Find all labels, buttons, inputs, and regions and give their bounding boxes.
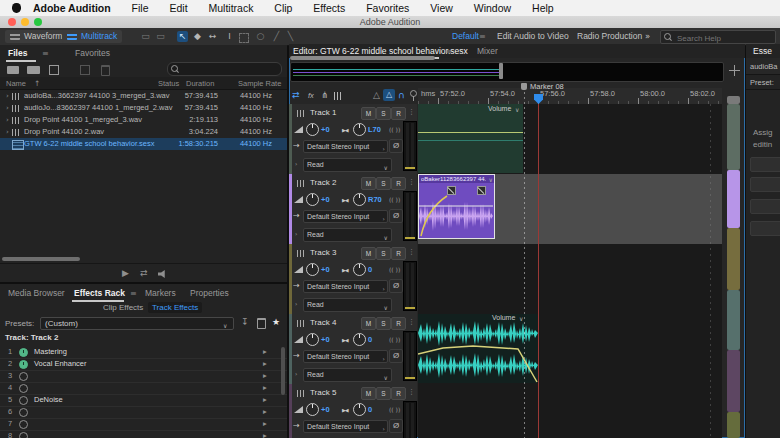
solo-button[interactable]: S <box>376 177 391 190</box>
workspace-menu-icon[interactable]: ≡ <box>479 32 486 41</box>
pitch-display-toggle-icon[interactable]: ▭ <box>155 31 166 42</box>
mute-button[interactable]: M <box>361 177 376 190</box>
tracks-scrollbar-segment[interactable] <box>727 228 740 290</box>
menu-edit[interactable]: Edit <box>169 0 187 16</box>
effect-power-icon[interactable] <box>19 360 28 369</box>
pan-knob[interactable] <box>353 193 366 206</box>
marker-flag-icon[interactable] <box>521 83 527 90</box>
menu-clip[interactable]: Clip <box>274 0 292 16</box>
slip-tool-icon[interactable]: ↔ <box>207 31 218 42</box>
zoom-navigator[interactable] <box>290 62 724 82</box>
timeline-ruler[interactable]: hms 57:52.0 57:54.0 57:56.0 57:58.0 58:0… <box>418 88 722 104</box>
automation-mode-selector[interactable]: Read ∨ <box>303 298 392 312</box>
effect-power-icon[interactable] <box>19 372 28 381</box>
track-lane[interactable]: Volume ∨ <box>418 104 722 175</box>
effect-power-icon[interactable] <box>19 348 28 357</box>
files-panel-menu-icon[interactable]: ≡ <box>42 49 49 58</box>
volume-knob[interactable] <box>306 193 319 206</box>
workspace-radio-production[interactable]: Radio Production <box>577 31 642 41</box>
menu-favorites[interactable]: Favorites <box>366 0 409 16</box>
effect-menu-arrow-icon[interactable]: ▸ <box>263 370 267 382</box>
spectral-display-toggle-icon[interactable]: ▭ <box>140 31 151 42</box>
column-duration[interactable]: Duration <box>186 79 214 88</box>
automation-mode-selector[interactable]: Read ∨ <box>303 228 392 242</box>
audio-clip[interactable]: Volume ∨ <box>418 104 523 173</box>
insert-into-multitrack-icon[interactable] <box>80 65 90 75</box>
editor-top-scrollbar[interactable] <box>290 56 435 60</box>
rack-panel-menu-icon[interactable]: ≡ <box>130 289 137 298</box>
arm-record-button[interactable]: R <box>391 247 406 260</box>
tab-editor[interactable]: Editor: GTW 6-22 middle school behavior.… <box>293 46 468 56</box>
presets-dropdown[interactable]: (Custom) ∨ <box>40 317 234 330</box>
tracks-scrollbar-cap[interactable] <box>727 96 740 104</box>
effect-menu-arrow-icon[interactable]: ▸ <box>263 406 267 418</box>
input-selector[interactable]: Default Stereo Input › <box>303 210 388 223</box>
expand-carat-icon[interactable]: › <box>6 114 9 126</box>
add-marker-pin-icon[interactable] <box>410 90 417 97</box>
solo-button[interactable]: S <box>376 247 391 260</box>
track-name[interactable]: Track 3 <box>310 248 336 257</box>
workspace-overflow-icon[interactable]: » <box>645 31 650 41</box>
essential-sound-clip-row[interactable]: audioBa <box>746 58 780 75</box>
pan-knob[interactable] <box>353 123 366 136</box>
navigator-handle[interactable] <box>499 63 503 79</box>
file-row[interactable]: › audioBa...3662397 44100 3_merged_3.wav… <box>0 90 287 102</box>
track-lane-selected[interactable]: oBaker11283662397 44... ∨ <box>418 174 722 245</box>
effect-power-icon[interactable] <box>19 420 28 429</box>
chevron-right-icon[interactable]: › <box>295 160 297 167</box>
open-file-icon[interactable] <box>7 66 19 74</box>
no-output-icon[interactable]: Ø <box>389 139 403 153</box>
menu-multitrack[interactable]: Multitrack <box>208 0 253 16</box>
volume-knob[interactable] <box>306 263 319 276</box>
heal-tool-icon[interactable]: ╲ <box>285 31 296 42</box>
expand-carat-icon[interactable]: › <box>6 102 9 114</box>
split-clip-icon[interactable]: ⋔ <box>321 90 329 100</box>
menu-app-name[interactable]: Adobe Audition <box>33 0 111 16</box>
tab-properties[interactable]: Properties <box>190 288 229 298</box>
navigate-pan-icon[interactable] <box>729 65 740 76</box>
metronome-enabled-icon[interactable]: △ <box>383 89 395 101</box>
save-preset-icon[interactable]: ↧ <box>241 317 249 327</box>
file-row[interactable]: › Drop Point 44100 1_merged_3.wav 2:19.1… <box>0 114 287 126</box>
track-name[interactable]: Track 5 <box>310 388 336 397</box>
fade-in-handle-icon[interactable] <box>447 186 456 195</box>
tracks-scrollbar-segment[interactable] <box>727 350 740 412</box>
essential-sound-tab[interactable]: Esse <box>746 44 780 59</box>
auto-play-speaker-icon[interactable] <box>158 270 167 278</box>
apple-menu-icon[interactable] <box>12 3 21 13</box>
track-lane[interactable]: Volume ∨ <box>418 314 722 385</box>
move-tool-icon[interactable]: ↖ <box>177 31 188 42</box>
razor-tool-icon[interactable]: ◆ <box>192 31 203 42</box>
menu-effects[interactable]: Effects <box>313 0 345 16</box>
mute-button[interactable]: M <box>361 107 376 120</box>
delete-preset-icon[interactable] <box>257 318 266 329</box>
input-selector[interactable]: Default Stereo Input › <box>303 350 388 363</box>
chevron-right-icon[interactable]: › <box>295 300 297 307</box>
pan-value[interactable]: R70 <box>368 195 382 204</box>
search-help-input[interactable] <box>675 31 775 45</box>
menu-view[interactable]: View <box>430 0 453 16</box>
volume-knob[interactable] <box>306 123 319 136</box>
monitor-headphones-icon[interactable]: ∩ <box>398 90 405 100</box>
menu-help[interactable]: Help <box>532 0 554 16</box>
clip-effects-icon[interactable]: fx <box>308 91 314 100</box>
volume-value[interactable]: +0 <box>321 405 330 414</box>
mix-type-button[interactable] <box>750 221 780 236</box>
track-name[interactable]: Track 4 <box>310 318 336 327</box>
pan-knob[interactable] <box>353 263 366 276</box>
subtab-clip-effects[interactable]: Clip Effects <box>103 303 143 312</box>
track-options-icon[interactable]: ⋮ <box>408 388 415 396</box>
track-lane[interactable] <box>418 244 722 315</box>
arm-record-button[interactable]: R <box>391 107 406 120</box>
track-options-icon[interactable]: ⋮ <box>408 318 415 326</box>
pan-value[interactable]: 0 <box>368 265 372 274</box>
effect-menu-arrow-icon[interactable]: ▸ <box>263 346 267 358</box>
rack-vertical-scrollbar[interactable] <box>281 347 285 395</box>
multitrack-view-button[interactable]: Multitrack <box>62 30 122 43</box>
clip-title-bar[interactable]: oBaker11283662397 44... ∨ <box>419 175 494 183</box>
solo-button[interactable]: S <box>376 387 391 400</box>
chevron-right-icon[interactable]: › <box>295 370 297 377</box>
effect-menu-arrow-icon[interactable]: ▸ <box>263 382 267 394</box>
fade-out-handle-icon[interactable] <box>477 186 486 195</box>
no-output-icon[interactable]: Ø <box>389 279 403 293</box>
